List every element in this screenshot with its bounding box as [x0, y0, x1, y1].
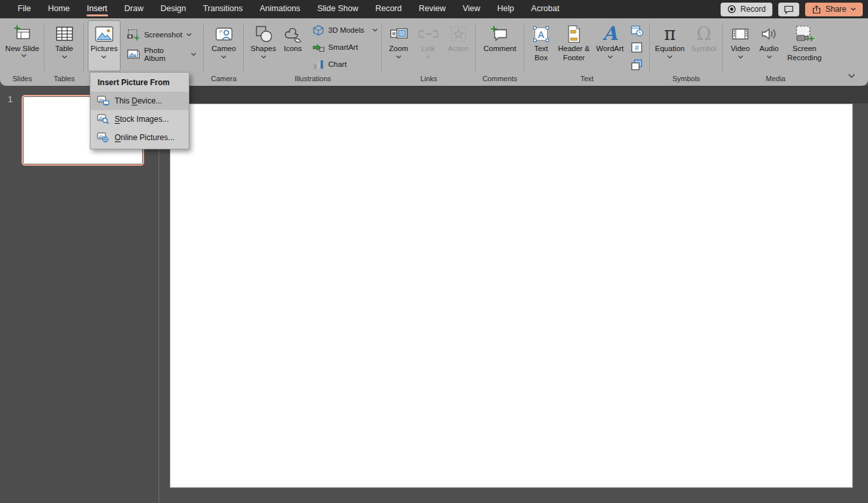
comment-button[interactable]: Comment — [479, 20, 521, 71]
cameo-icon: P — [214, 23, 234, 45]
ribbon-group-tables: Table Tables — [45, 18, 84, 86]
ribbon-group-text: A Text Box Header & Footer A WordArt — [524, 18, 650, 86]
symbol-label: Symbol — [691, 45, 716, 54]
photo-album-button[interactable]: Photo Album — [123, 45, 204, 64]
share-icon — [812, 5, 821, 14]
picture-device-icon — [97, 96, 109, 106]
share-button[interactable]: Share — [805, 3, 863, 16]
equation-button[interactable]: π Equation — [652, 20, 688, 71]
video-button[interactable]: Video — [726, 20, 755, 71]
group-label-slides: Slides — [0, 74, 45, 86]
chevron-down-icon — [425, 55, 431, 59]
tab-review[interactable]: Review — [410, 0, 454, 18]
menu-item-online-pictures[interactable]: Online Pictures... — [90, 128, 189, 147]
chevron-down-icon — [850, 7, 856, 11]
menu-item-stock-images[interactable]: Stock Images... — [90, 110, 189, 128]
photo-album-icon — [126, 48, 140, 60]
chart-button[interactable]: Chart — [309, 56, 381, 73]
link-icon — [419, 23, 438, 45]
svg-text:P: P — [219, 29, 223, 34]
group-label-media: Media — [723, 74, 829, 86]
tab-view[interactable]: View — [454, 0, 489, 18]
action-button: Action — [443, 20, 474, 71]
screen-recording-label: Screen Recording — [784, 45, 825, 62]
chevron-down-icon — [101, 55, 107, 59]
bar-chart-icon — [312, 59, 324, 69]
svg-text:#: # — [635, 44, 639, 52]
tab-animations[interactable]: Animations — [252, 0, 309, 18]
menu-item-this-device[interactable]: This Device... — [90, 92, 189, 110]
slide-number-button[interactable]: # — [629, 40, 645, 55]
new-slide-button[interactable]: New Slide — [4, 20, 41, 71]
table-button[interactable]: Table — [48, 20, 80, 71]
zoom-label: Zoom — [389, 45, 408, 54]
chevron-down-icon — [848, 73, 856, 79]
share-button-label: Share — [825, 5, 846, 14]
screenshot-label: Screenshot — [144, 31, 182, 39]
shapes-button[interactable]: Shapes — [248, 20, 279, 71]
zoom-button[interactable]: Zoom — [384, 20, 414, 71]
ribbon-group-slides: New Slide Slides — [0, 18, 45, 86]
date-time-icon — [631, 25, 643, 37]
wordart-button[interactable]: A WordArt — [592, 20, 628, 71]
tab-acrobat[interactable]: Acrobat — [523, 0, 568, 18]
pictures-button[interactable]: Pictures — [88, 20, 121, 71]
insert-object-button[interactable] — [629, 57, 645, 72]
smartart-button[interactable]: SmartArt — [309, 39, 381, 56]
comment-label: Comment — [483, 45, 516, 54]
collapse-ribbon-button[interactable] — [844, 71, 859, 81]
audio-label: Audio — [759, 45, 778, 54]
picture-globe-icon — [97, 132, 109, 143]
equation-label: Equation — [655, 45, 685, 54]
chevron-down-icon — [261, 55, 267, 59]
tab-help[interactable]: Help — [489, 0, 523, 18]
tab-slide-show[interactable]: Slide Show — [309, 0, 367, 18]
three-d-models-button[interactable]: 3D Models — [309, 22, 381, 39]
cameo-button[interactable]: P Cameo — [207, 20, 241, 71]
screenshot-button[interactable]: Screenshot — [123, 25, 204, 45]
tab-transitions[interactable]: Transitions — [195, 0, 252, 18]
chevron-down-icon — [766, 55, 772, 59]
icons-button[interactable]: Icons — [279, 20, 307, 71]
date-time-button[interactable] — [629, 23, 645, 38]
tab-file[interactable]: File — [9, 0, 39, 18]
tab-draw[interactable]: Draw — [116, 0, 152, 18]
tab-home[interactable]: Home — [39, 0, 78, 18]
group-label-illustrations: Illustrations — [244, 74, 382, 86]
header-footer-button[interactable]: Header & Footer — [556, 20, 592, 71]
menu-bar: File Home Insert Draw Design Transitions… — [0, 0, 868, 18]
slide[interactable] — [170, 104, 852, 487]
screen-recording-icon — [794, 23, 815, 45]
icons-label: Icons — [284, 45, 302, 54]
shapes-icon — [254, 23, 273, 45]
ribbon-group-links: Zoom Link Action Links — [382, 18, 476, 86]
ribbon-group-camera: P Cameo Camera — [204, 18, 244, 86]
shapes-label: Shapes — [250, 45, 276, 54]
symbol-omega-icon: Ω — [696, 24, 711, 44]
tab-insert[interactable]: Insert — [79, 0, 116, 18]
text-box-label: Text Box — [527, 45, 555, 62]
symbol-button: Ω Symbol — [688, 20, 721, 71]
record-button[interactable]: Record — [721, 3, 772, 16]
screenshot-icon — [126, 29, 140, 41]
table-label: Table — [55, 45, 73, 54]
group-label-camera: Camera — [204, 74, 244, 86]
header-footer-icon — [565, 23, 582, 45]
chevron-down-icon — [221, 55, 227, 59]
text-box-button[interactable]: A Text Box — [527, 20, 556, 71]
audio-speaker-icon — [759, 23, 779, 45]
group-label-links: Links — [382, 74, 476, 86]
ribbon-group-symbols: π Equation Ω Symbol Symbols — [650, 18, 723, 86]
link-button: Link — [414, 20, 443, 71]
menu-item-label: Online Pictures... — [115, 133, 174, 142]
audio-button[interactable]: Audio — [755, 20, 783, 71]
tab-design[interactable]: Design — [152, 0, 195, 18]
comments-pane-button[interactable] — [778, 3, 799, 16]
screen-recording-button[interactable]: Screen Recording — [783, 20, 825, 71]
tab-record[interactable]: Record — [367, 0, 410, 18]
ribbon-group-media: Video Audio Screen Recording Media — [723, 18, 829, 86]
group-label-symbols: Symbols — [650, 74, 723, 86]
smartart-label: SmartArt — [328, 43, 358, 51]
ribbon-group-illustrations: Shapes Icons 3D Models — [244, 18, 382, 86]
video-label: Video — [730, 45, 749, 54]
